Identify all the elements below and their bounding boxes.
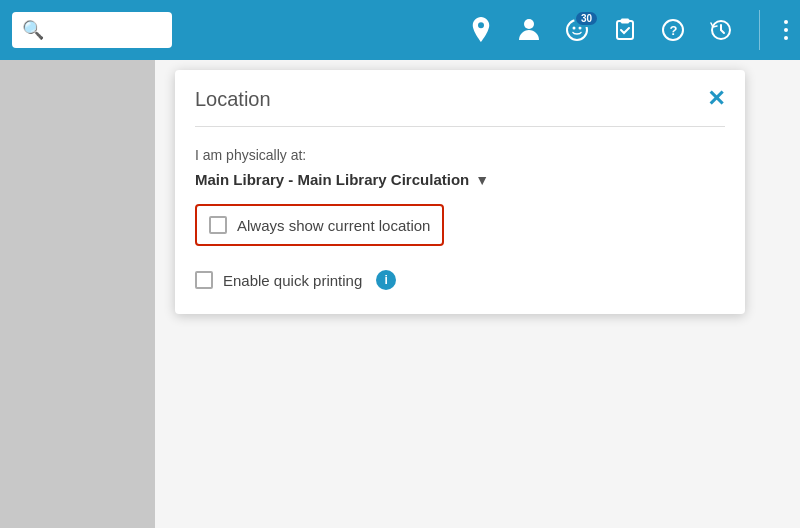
modal-close-button[interactable]: ✕ bbox=[707, 86, 725, 112]
quick-print-row: Enable quick printing i bbox=[195, 270, 725, 290]
sidebar bbox=[0, 60, 155, 528]
svg-point-0 bbox=[524, 19, 534, 29]
history-nav-icon[interactable] bbox=[707, 16, 735, 44]
modal-body: I am physically at: Main Library - Main … bbox=[175, 127, 745, 314]
notification-badge: 30 bbox=[574, 10, 599, 27]
nav-icons: 30 ? bbox=[467, 10, 788, 50]
clipboard-nav-icon[interactable] bbox=[611, 16, 639, 44]
main-area: Location ✕ I am physically at: Main Libr… bbox=[0, 60, 800, 528]
content-area: Location ✕ I am physically at: Main Libr… bbox=[155, 60, 800, 528]
svg-rect-4 bbox=[617, 21, 633, 39]
always-show-location-checkbox[interactable] bbox=[209, 216, 227, 234]
nav-divider bbox=[759, 10, 760, 50]
svg-rect-5 bbox=[621, 19, 629, 23]
help-nav-icon[interactable]: ? bbox=[659, 16, 687, 44]
modal-header: Location ✕ bbox=[175, 70, 745, 126]
quick-print-checkbox[interactable] bbox=[195, 271, 213, 289]
search-box[interactable]: 🔍 bbox=[12, 12, 172, 48]
modal-title: Location bbox=[195, 88, 271, 111]
smiley-nav-icon[interactable]: 30 bbox=[563, 16, 591, 44]
always-show-location-label: Always show current location bbox=[237, 217, 430, 234]
dropdown-arrow-icon: ▼ bbox=[475, 172, 489, 188]
svg-text:?: ? bbox=[670, 23, 678, 38]
info-icon[interactable]: i bbox=[376, 270, 396, 290]
always-show-location-row[interactable]: Always show current location bbox=[195, 204, 444, 246]
navbar: 🔍 30 bbox=[0, 0, 800, 60]
more-menu-icon[interactable] bbox=[784, 20, 788, 40]
location-dropdown[interactable]: Main Library - Main Library Circulation … bbox=[195, 171, 725, 188]
quick-print-label: Enable quick printing bbox=[223, 272, 362, 289]
search-icon: 🔍 bbox=[22, 19, 44, 41]
person-nav-icon[interactable] bbox=[515, 16, 543, 44]
location-value: Main Library - Main Library Circulation bbox=[195, 171, 469, 188]
location-nav-icon[interactable] bbox=[467, 16, 495, 44]
physically-at-label: I am physically at: bbox=[195, 147, 725, 163]
svg-point-2 bbox=[573, 27, 576, 30]
location-modal: Location ✕ I am physically at: Main Libr… bbox=[175, 70, 745, 314]
